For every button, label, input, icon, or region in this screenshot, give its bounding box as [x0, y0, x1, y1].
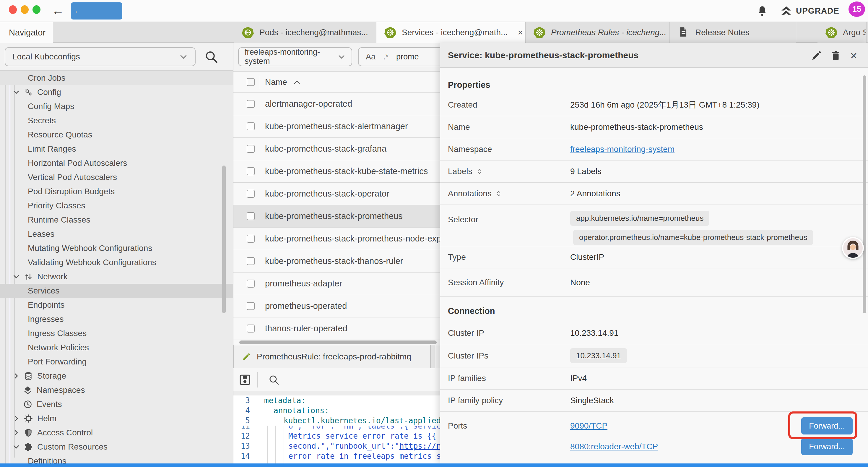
chevron-down-icon[interactable] — [12, 273, 20, 281]
sidebar-item-storage[interactable]: Storage — [0, 369, 234, 383]
port-link[interactable]: 9090/TCP — [570, 421, 608, 431]
forward-button[interactable]: Forward... — [801, 438, 852, 455]
row-checkbox[interactable] — [247, 235, 255, 243]
close-window-button[interactable] — [9, 5, 17, 14]
sidebar-item-runtime-classes[interactable]: Runtime Classes — [0, 213, 234, 227]
sidebar-item-secrets[interactable]: Secrets — [0, 114, 234, 128]
table-row[interactable]: alertmanager-operated — [234, 93, 440, 115]
port-link[interactable]: 8080:reloader-web/TCP — [570, 442, 658, 451]
editor-tab-prometheusrule[interactable]: PrometheusRule: freeleaps-prod-rabbitmq — [234, 345, 431, 368]
sidebar-scrollbar[interactable] — [222, 166, 226, 313]
row-checkbox[interactable] — [247, 324, 255, 332]
close-tab-icon[interactable]: × — [518, 28, 523, 37]
sidebar-item-custom-resources[interactable]: Custom Resources — [0, 440, 234, 454]
sidebar-item-validating-webhook-configurations[interactable]: Validating Webhook Configurations — [0, 255, 234, 269]
row-checkbox[interactable] — [247, 302, 255, 310]
row-checkbox[interactable] — [247, 190, 255, 198]
tab-release-notes[interactable]: Release Notes — [670, 22, 796, 43]
editor-search-icon[interactable] — [268, 374, 280, 386]
sidebar-search-icon[interactable] — [204, 49, 219, 64]
sidebar-item-endpoints[interactable]: Endpoints — [0, 298, 234, 312]
notification-badge[interactable]: 15 — [848, 1, 865, 17]
table-row[interactable]: kube-prometheus-stack-kube-state-metrics — [234, 160, 440, 183]
match-case-icon[interactable]: Aa — [366, 52, 375, 61]
row-checkbox[interactable] — [247, 167, 255, 175]
sort-toggle-icon[interactable] — [496, 190, 502, 197]
tab-navigator[interactable]: Navigator — [0, 22, 53, 43]
detail-panel-scrollbar[interactable] — [863, 76, 866, 313]
sidebar-item-network-policies[interactable]: Network Policies — [0, 341, 234, 355]
sidebar-item-definitions[interactable]: Definitions — [0, 454, 234, 463]
sidebar-item-access-control[interactable]: Access Control — [0, 426, 234, 440]
kubeconfig-select[interactable]: Local Kubeconfigs — [5, 47, 195, 66]
line-number: 13 — [234, 442, 255, 450]
chevron-down-icon[interactable] — [12, 88, 20, 96]
table-row[interactable]: kube-prometheus-stack-alertmanager — [234, 115, 440, 138]
sidebar-item-priority-classes[interactable]: Priority Classes — [0, 199, 234, 213]
name-column-header[interactable]: Name — [265, 78, 287, 87]
upgrade-button[interactable]: UPGRADE — [780, 4, 839, 18]
sidebar-item-mutating-webhook-configurations[interactable]: Mutating Webhook Configurations — [0, 241, 234, 255]
table-row[interactable]: kube-prometheus-stack-grafana — [234, 138, 440, 160]
user-avatar[interactable] — [842, 237, 864, 259]
namespace-select[interactable]: freeleaps-monitoring-system — [238, 47, 352, 66]
table-row[interactable]: prometheus-adapter — [234, 272, 440, 295]
sidebar-item-cron-jobs[interactable]: Cron Jobs — [0, 71, 234, 85]
editor-tab-partial[interactable] — [435, 345, 440, 368]
save-icon[interactable] — [239, 374, 251, 386]
sort-ascending-icon[interactable] — [294, 80, 300, 85]
chevron-down-icon[interactable] — [12, 443, 20, 451]
table-row[interactable]: prometheus-operated — [234, 295, 440, 317]
sidebar-item-horizontal-pod-autoscalers[interactable]: Horizontal Pod Autoscalers — [0, 156, 234, 170]
table-row[interactable]: kube-prometheus-stack-operator — [234, 183, 440, 205]
row-checkbox[interactable] — [247, 212, 255, 220]
sidebar-item-port-forwarding[interactable]: Port Forwarding — [0, 355, 234, 369]
row-checkbox[interactable] — [247, 122, 255, 130]
forward-button[interactable]: → — [71, 2, 122, 20]
chevron-right-icon[interactable] — [12, 415, 20, 422]
sidebar-item-limit-ranges[interactable]: Limit Ranges — [0, 142, 234, 156]
yaml-editor[interactable]: 3metadata:4annotations:5kubectl.kubernet… — [234, 396, 440, 463]
table-row[interactable]: thanos-ruler-operated — [234, 317, 440, 340]
row-checkbox[interactable] — [247, 145, 255, 153]
sidebar-item-vertical-pod-autoscalers[interactable]: Vertical Pod Autoscalers — [0, 170, 234, 184]
zoom-window-button[interactable] — [32, 5, 40, 14]
sort-toggle-icon[interactable] — [476, 168, 483, 175]
chevron-right-icon[interactable] — [12, 429, 20, 437]
sidebar-item-events[interactable]: Events — [0, 397, 234, 411]
row-checkbox[interactable] — [247, 100, 255, 108]
sidebar-item-leases[interactable]: Leases — [0, 227, 234, 241]
notifications-bell-icon[interactable] — [756, 5, 768, 18]
minimize-window-button[interactable] — [21, 5, 29, 14]
tab-pods[interactable]: Pods - icecheng@mathmas... — [234, 22, 376, 43]
sidebar-item-network[interactable]: Network — [0, 269, 234, 284]
sidebar-item-services[interactable]: Services — [0, 284, 234, 298]
regex-icon[interactable]: .* — [383, 52, 389, 61]
back-button[interactable]: ← — [52, 2, 64, 19]
sidebar-item-resource-quotas[interactable]: Resource Quotas — [0, 128, 234, 142]
sidebar-item-config[interactable]: Config — [0, 85, 234, 99]
table-horizontal-scrollbar[interactable] — [239, 341, 437, 344]
tab-prometheus-rules[interactable]: Prometheus Rules - icecheng... — [526, 22, 670, 43]
sidebar-item-ingress-classes[interactable]: Ingress Classes — [0, 326, 234, 341]
table-row[interactable]: kube-prometheus-stack-prometheus-node-ex… — [234, 228, 440, 250]
namespace-link[interactable]: freeleaps-monitoring-system — [570, 145, 675, 154]
tab-services[interactable]: Services - icecheng@math...× — [376, 22, 526, 43]
sidebar-item-namespaces[interactable]: Namespaces — [0, 383, 234, 397]
sidebar-item-pod-disruption-budgets[interactable]: Pod Disruption Budgets — [0, 184, 234, 199]
select-all-checkbox[interactable] — [247, 78, 255, 86]
chevron-right-icon[interactable] — [12, 372, 20, 380]
table-row[interactable]: kube-prometheus-stack-prometheus — [234, 205, 440, 228]
tab-argo[interactable]: Argo Se — [817, 22, 867, 43]
row-checkbox[interactable] — [247, 257, 255, 265]
close-icon[interactable]: × — [850, 50, 862, 61]
table-search-input[interactable]: Aa .* prome — [358, 47, 440, 66]
table-row[interactable]: kube-prometheus-stack-thanos-ruler — [234, 250, 440, 272]
code-link[interactable]: https://netop — [399, 442, 440, 450]
row-checkbox[interactable] — [247, 280, 255, 288]
edit-icon[interactable] — [811, 50, 822, 61]
sidebar-item-ingresses[interactable]: Ingresses — [0, 312, 234, 326]
sidebar-item-config-maps[interactable]: Config Maps — [0, 99, 234, 114]
sidebar-item-helm[interactable]: Helm — [0, 411, 234, 426]
delete-icon[interactable] — [830, 50, 841, 61]
